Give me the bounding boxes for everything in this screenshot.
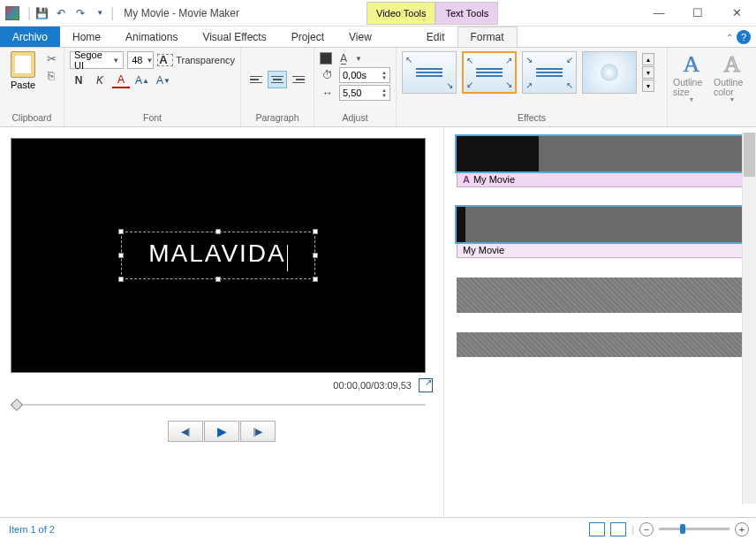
group-effects-label: Effects — [402, 112, 662, 123]
clip-3[interactable] — [457, 278, 751, 313]
effect-tile-4[interactable] — [582, 51, 637, 94]
group-clipboard: Paste ✂ ⎘ Clipboard — [0, 48, 64, 126]
font-color-button[interactable]: A — [112, 72, 130, 88]
maximize-button[interactable]: ☐ — [678, 0, 717, 25]
qat-dropdown-icon[interactable]: ▼ — [92, 5, 108, 21]
paste-label: Paste — [11, 80, 35, 90]
group-font-label: Font — [70, 112, 235, 123]
duration-icon: ↔ — [320, 86, 336, 100]
italic-button[interactable]: K — [91, 72, 109, 88]
zoom-slider[interactable] — [659, 528, 730, 530]
tab-project[interactable]: Project — [279, 27, 336, 47]
tab-visual-effects[interactable]: Visual Effects — [190, 27, 278, 47]
chevron-down-icon[interactable]: ▼ — [355, 55, 362, 63]
clip-1-caption[interactable]: AMy Movie — [457, 171, 751, 187]
next-frame-button[interactable]: |▶ — [240, 421, 276, 442]
status-item-count: Item 1 of 2 — [9, 524, 55, 535]
paste-button[interactable]: Paste — [5, 51, 41, 90]
title-text-box[interactable]: MALAVIDA — [121, 232, 315, 279]
shrink-font-button[interactable]: A▼ — [155, 72, 172, 88]
group-clipboard-label: Clipboard — [5, 112, 58, 123]
timeline-scrollbar[interactable] — [742, 133, 756, 504]
video-tools-tab-header: Video Tools — [367, 2, 435, 25]
prev-frame-button[interactable]: ◀| — [168, 421, 203, 442]
minimize-button[interactable]: — — [639, 0, 678, 25]
effect-tile-3[interactable]: ↘↙ ↗↖ — [522, 51, 577, 94]
tab-format[interactable]: Format — [457, 27, 518, 47]
start-time-spinner[interactable]: 0,00s▲▼ — [339, 67, 390, 83]
view-mode-1[interactable] — [589, 522, 605, 536]
save-icon[interactable]: 💾 — [34, 5, 49, 21]
font-size-combo[interactable]: 48▼ — [127, 51, 154, 69]
window-title: My Movie - Movie Maker — [124, 7, 239, 19]
effects-scroll-up[interactable]: ▴ — [642, 53, 654, 65]
redo-icon[interactable]: ↷ — [72, 5, 88, 21]
window-controls: — ☐ ✕ — [639, 0, 756, 25]
play-button[interactable]: ▶ — [204, 421, 239, 442]
ribbon: Paste ✂ ⎘ Clipboard Segoe UI▼ 48▼ Transp… — [0, 48, 756, 127]
ribbon-collapse-icon[interactable]: ⌃ — [726, 33, 733, 42]
grow-font-button[interactable]: A▲ — [133, 72, 151, 88]
outline-size-icon: A — [684, 51, 700, 78]
group-effects: ↖↘ ↖↗ ↙↘ ↘↙ ↗↖ ▴ ▾ ▾ Effects — [397, 48, 668, 126]
transparency-icon — [157, 54, 173, 66]
effects-scroll-down[interactable]: ▾ — [642, 66, 654, 79]
tab-edit[interactable]: Edit — [414, 27, 457, 47]
group-paragraph: Paragraph — [241, 48, 314, 126]
separator: | — [110, 5, 114, 21]
cut-icon[interactable]: ✂ — [44, 51, 58, 65]
video-preview[interactable]: MALAVIDA — [11, 138, 426, 373]
paste-icon — [11, 51, 35, 78]
help-icon[interactable]: ? — [737, 30, 751, 44]
effect-tile-1[interactable]: ↖↘ — [402, 51, 457, 94]
undo-icon[interactable]: ↶ — [53, 5, 69, 21]
bold-button[interactable]: N — [70, 72, 87, 88]
group-font: Segoe UI▼ 48▼ Transparency N K A A▲ A▼ F… — [64, 48, 241, 126]
effects-scroll: ▴ ▾ ▾ — [642, 53, 654, 92]
duration-spinner[interactable]: 5,50▲▼ — [339, 85, 390, 101]
clip-4[interactable] — [457, 332, 751, 357]
separator: | — [631, 524, 634, 535]
align-left-button[interactable] — [246, 71, 266, 88]
tab-home[interactable]: Home — [60, 27, 113, 47]
group-outline: A Outline size ▼ A Outline color ▼ — [668, 48, 756, 126]
separator: | — [27, 5, 31, 21]
seek-bar[interactable] — [11, 398, 426, 412]
contextual-tabs: Video Tools Text Tools — [367, 2, 498, 25]
view-mode-2[interactable] — [610, 522, 626, 536]
align-center-button[interactable] — [268, 71, 287, 88]
clip-row-2: My Movie — [457, 207, 751, 258]
clip-2[interactable] — [457, 207, 751, 242]
tab-file[interactable]: Archivo — [0, 27, 60, 47]
quick-access-toolbar: 💾 ↶ ↷ ▼ — [34, 5, 108, 21]
title-text[interactable]: MALAVIDA — [148, 240, 286, 267]
edit-text-icon[interactable]: A̲ — [336, 51, 352, 65]
app-icon — [5, 6, 19, 20]
text-icon: A — [463, 174, 470, 185]
clip-row-1: AMy Movie — [457, 136, 751, 187]
tab-animations[interactable]: Animations — [113, 27, 190, 47]
start-time-icon: ⏱ — [320, 68, 336, 82]
group-adjust-label: Adjust — [320, 112, 390, 123]
zoom-out-button[interactable]: − — [639, 522, 654, 536]
fullscreen-icon[interactable] — [419, 378, 433, 392]
effects-more[interactable]: ▾ — [642, 80, 654, 92]
clip-row-3 — [457, 278, 751, 313]
clip-1[interactable] — [457, 136, 751, 171]
preview-pane: MALAVIDA 00:00,00/03:09,53 ◀| ▶ |▶ — [0, 127, 443, 516]
close-button[interactable]: ✕ — [717, 0, 756, 25]
align-right-button[interactable] — [289, 71, 308, 88]
group-adjust: A̲ ▼ ⏱ 0,00s▲▼ ↔ 5,50▲▼ Adjust — [314, 48, 397, 126]
effect-tile-2[interactable]: ↖↗ ↙↘ — [462, 51, 517, 94]
transparency-button[interactable]: Transparency — [157, 54, 235, 66]
font-name-combo[interactable]: Segoe UI▼ — [70, 51, 124, 69]
copy-icon[interactable]: ⎘ — [44, 68, 58, 82]
bg-color-icon[interactable] — [320, 52, 332, 65]
outline-size-button[interactable]: A Outline size ▼ — [673, 51, 710, 103]
clip-2-caption[interactable]: My Movie — [457, 242, 751, 258]
outline-color-button[interactable]: A Outline color ▼ — [714, 51, 751, 103]
zoom-in-button[interactable]: + — [735, 522, 749, 536]
tab-view[interactable]: View — [336, 27, 384, 47]
timeline-pane: AMy Movie My Movie — [443, 127, 756, 516]
playback-controls: ◀| ▶ |▶ — [11, 421, 433, 442]
